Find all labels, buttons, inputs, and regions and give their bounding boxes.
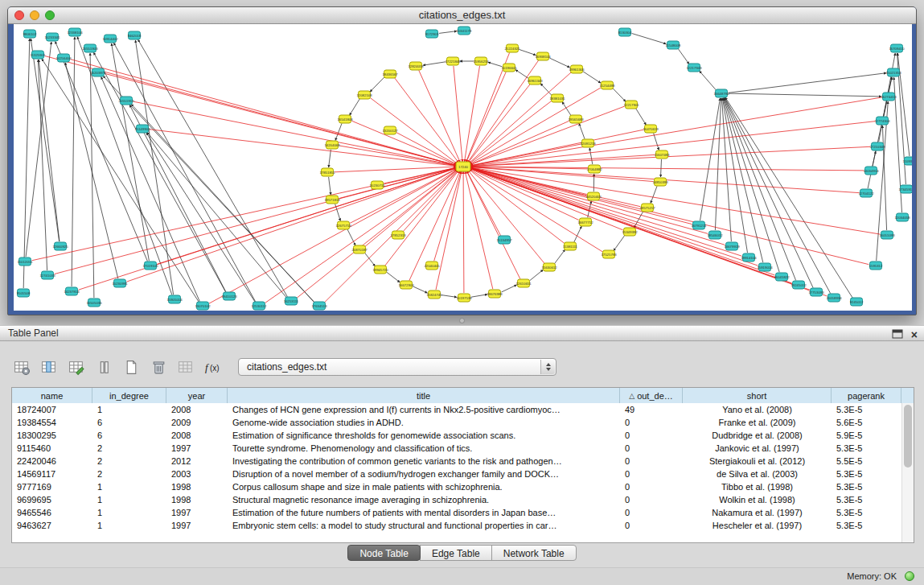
table-source-select[interactable]: citations_edges.txt	[238, 358, 556, 376]
graph-node[interactable]: 14034914	[863, 167, 879, 175]
graph-node[interactable]: 21224321	[504, 44, 520, 52]
graph-node[interactable]: 18546012	[707, 231, 723, 239]
minimize-window-button[interactable]	[30, 10, 39, 20]
graph-node[interactable]: 15919014	[757, 263, 773, 271]
graph-node[interactable]: 11254498	[600, 81, 615, 89]
graph-node[interactable]: 18676988	[487, 290, 503, 298]
graph-node[interactable]: 12338104	[67, 28, 83, 36]
table-row[interactable]: 1456911722003Disruption of a novel membe…	[12, 468, 901, 480]
import-table-icon[interactable]	[175, 356, 197, 378]
graph-node[interactable]: 10230715	[369, 181, 385, 189]
graph-node[interactable]: 15021353	[885, 68, 901, 76]
function-icon[interactable]: f(x)	[203, 356, 224, 378]
graph-node[interactable]: 17019105	[142, 262, 158, 270]
graph-node[interactable]: 16677712	[577, 218, 593, 226]
graph-node[interactable]: 15149903	[134, 125, 150, 133]
edit-table-icon[interactable]	[66, 356, 88, 378]
graph-node[interactable]: 19565683	[568, 115, 584, 123]
graph-node[interactable]: 9245012	[850, 298, 864, 306]
graph-node[interactable]: 16274413	[881, 93, 897, 101]
graph-node[interactable]: 16541808	[337, 115, 353, 123]
table-settings-icon[interactable]	[11, 356, 33, 378]
graph-node[interactable]: 16505036	[86, 299, 102, 307]
graph-node[interactable]: 16203871	[90, 68, 106, 76]
graph-node[interactable]: 22040405	[424, 262, 440, 270]
graph-node[interactable]: 14256404	[55, 54, 72, 62]
graph-node[interactable]: 13200127	[382, 126, 398, 134]
graph-node[interactable]: 12704122	[858, 189, 874, 197]
graph-node[interactable]: 16648794	[713, 89, 729, 97]
column-header-pagerank[interactable]: pagerank	[832, 388, 901, 403]
graph-node[interactable]: 15349392	[622, 228, 638, 236]
table-row[interactable]: 946362711997Embryonic stem cells: a mode…	[12, 519, 901, 532]
graph-node[interactable]: 18575217	[639, 204, 655, 212]
graph-node[interactable]: 11093524	[903, 157, 912, 165]
graph-node[interactable]: 20551913	[118, 97, 134, 105]
graph-node[interactable]: 16672903	[398, 281, 414, 289]
graph-node[interactable]: 11012055	[18, 257, 33, 266]
graph-node[interactable]: 8130304	[618, 28, 632, 36]
graph-node[interactable]: 12530112	[252, 302, 267, 310]
table-row[interactable]: 977716911998Corpus callosum shape and si…	[12, 480, 901, 493]
table-row[interactable]: 1872400712008Changes of HCN gene express…	[12, 403, 901, 416]
graph-node[interactable]: 16938104	[535, 52, 551, 60]
graph-node[interactable]: 16709410	[889, 44, 905, 52]
graph-node[interactable]: 10196605	[501, 64, 517, 72]
graph-node[interactable]: 18436567	[382, 70, 398, 78]
tab-node-table[interactable]: Node Table	[347, 545, 421, 561]
graph-node[interactable]: 13070102	[195, 302, 211, 310]
graph-node[interactable]: 20870187	[351, 245, 368, 253]
graph-node[interactable]: 15630612	[541, 263, 557, 271]
graph-node[interactable]: 17525793	[601, 250, 617, 258]
graph-node[interactable]: 9172903	[425, 30, 439, 38]
table-row[interactable]: 1830029562008Estimation of significance …	[12, 429, 901, 442]
graph-node[interactable]: 14679919	[724, 242, 740, 250]
graph-node[interactable]: 14204068	[324, 141, 340, 149]
panel-divider[interactable]	[0, 315, 924, 325]
graph-node[interactable]: 17753093	[808, 288, 824, 296]
graph-node[interactable]: 12610651	[515, 279, 532, 287]
row-height-icon[interactable]	[93, 356, 115, 378]
graph-node[interactable]: 1595312	[869, 262, 883, 270]
graph-node[interactable]: 11548008	[666, 41, 681, 49]
graph-node[interactable]: 10197538	[456, 294, 472, 302]
graph-node[interactable]: 17240	[456, 162, 470, 171]
graph-node[interactable]: 16051093	[879, 231, 895, 239]
graph-node[interactable]: 20551903	[82, 44, 98, 52]
graph-node[interactable]: 16045822	[774, 273, 790, 281]
graph-node[interactable]: 10233341	[44, 33, 60, 41]
graph-node[interactable]: 17210349	[869, 142, 885, 150]
graph-node[interactable]: 17064882	[586, 165, 602, 173]
graph-node[interactable]: 14520403	[585, 192, 602, 200]
column-header-title[interactable]: title	[228, 388, 620, 403]
column-header-in_degree[interactable]: in_degree	[92, 388, 166, 403]
table-row[interactable]: 1938455462009Genome-wide association stu…	[12, 416, 901, 429]
graph-node[interactable]: 12034058	[894, 213, 910, 221]
graph-node[interactable]: 16961343	[527, 76, 543, 84]
graph-node[interactable]: 15956253	[473, 57, 489, 65]
graph-node[interactable]: 16791211	[692, 221, 707, 229]
graph-node[interactable]: 15134957	[496, 236, 512, 244]
graph-node[interactable]: 14237814	[64, 287, 80, 295]
graph-node[interactable]: 12082108	[356, 91, 372, 99]
graph-node[interactable]: 11325901	[31, 51, 46, 59]
graph-node[interactable]: 15905014	[166, 295, 183, 303]
graph-node[interactable]: 11381111	[563, 242, 577, 250]
graph-node[interactable]: 17852313	[390, 231, 406, 239]
close-window-button[interactable]	[14, 10, 24, 20]
column-header-out_de[interactable]: △out_de…	[620, 388, 683, 403]
graph-node[interactable]: 9806102	[23, 30, 37, 38]
graph-node[interactable]: 12660925	[52, 242, 68, 250]
graph-node[interactable]: 19945720	[372, 266, 388, 274]
show-columns-icon[interactable]	[39, 356, 60, 378]
graph-node[interactable]: 12741033	[39, 271, 55, 279]
graph-node[interactable]: 20058934	[826, 294, 842, 302]
graph-node[interactable]: 12774304	[874, 117, 890, 125]
graph-node[interactable]: 17221848	[445, 57, 461, 65]
column-header-name[interactable]: name	[12, 388, 92, 403]
table-row[interactable]: 911546021997Tourette syndrome. Phenomeno…	[12, 442, 901, 455]
graph-node[interactable]: 16253111	[284, 297, 299, 305]
delete-icon[interactable]	[148, 356, 170, 378]
graph-node[interactable]: 17851851	[319, 168, 335, 176]
table-row[interactable]: 946554611997Estimation of the future num…	[12, 506, 901, 519]
